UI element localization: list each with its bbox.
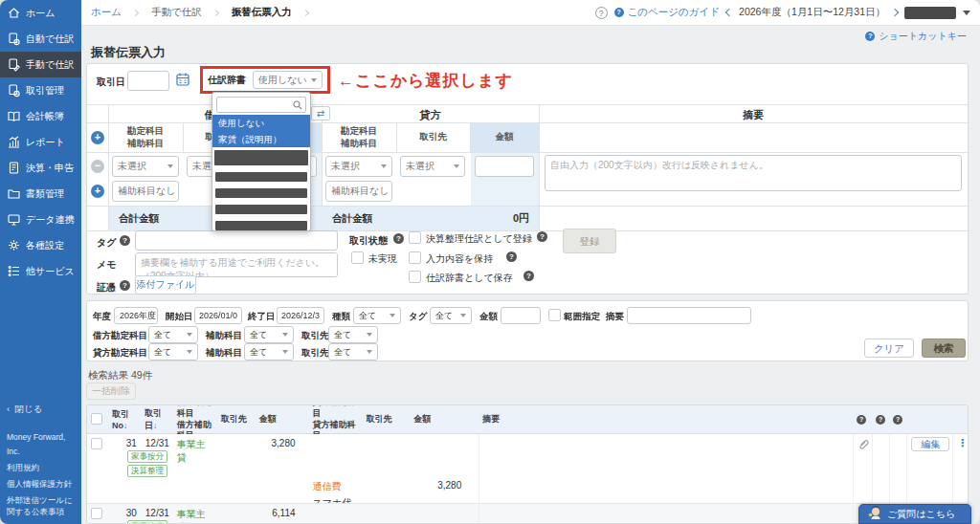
remove-row-icon[interactable]: − [91,160,104,173]
help-icon[interactable]: ? [857,415,866,425]
debit-subaccount-select[interactable]: 補助科目なし [112,181,179,202]
external-transmission-link[interactable]: 外部送信ツールに関する公表事項 [7,494,75,519]
filter-tag-select[interactable]: 全て [430,307,472,324]
filter-amount-input[interactable] [501,307,541,324]
filter-credit-partner-select[interactable]: 全て [328,343,378,360]
credit-amount-input[interactable] [475,156,534,177]
credit-partner-select[interactable]: 未選択 [400,156,465,177]
sidebar-item-settlement[interactable]: 決算・申告 [0,155,81,181]
results-table-header: 取引No↓ 取引日↓ 借方勘定科目借方補助科目 取引先 金額 貸方勘定科目貸方補… [87,405,968,434]
office-caret-icon[interactable] [963,11,970,15]
sidebar-item-data-link[interactable]: データ連携 [0,207,81,232]
dictionary-option-none[interactable]: 使用しない [212,115,310,131]
debit-partner-label: 取引先 [301,330,329,342]
sidebar-item-manual-journal[interactable]: 手動で仕訳 [0,52,81,77]
sort-desc-icon: ↓ [123,421,128,430]
add-subrow-icon[interactable]: + [91,185,104,198]
col-header-credit-amount: 金額 [410,413,479,426]
dictionary-option-redacted[interactable] [215,172,307,182]
add-row-icon[interactable]: + [91,131,104,144]
search-button[interactable]: 検索 [922,338,966,358]
dictionary-option-redacted[interactable] [215,205,307,214]
sidebar-item-ledger[interactable]: 会計帳簿 [0,103,81,129]
sidebar-item-settings[interactable]: 各種設定 [0,232,81,258]
shortcut-key-link[interactable]: ? ショートカットキー [865,30,967,43]
range-checkbox[interactable] [548,309,561,321]
sidebar-item-transactions[interactable]: 取引管理 [0,77,81,103]
settlement-adjustment-checkbox[interactable] [409,231,421,244]
fiscal-year-selector[interactable]: 2026年度（1月1日〜12月31日） [739,6,885,19]
filter-credit-account-select[interactable]: 全て [148,343,198,360]
col-header-date[interactable]: 取引日↓ [141,407,173,432]
dictionary-option-rent[interactable]: 家賃（説明用） [212,131,310,147]
attach-file-button[interactable]: 添付ファイル [135,275,196,295]
tag-help-icon[interactable]: ? [120,235,130,246]
col-header-no[interactable]: 取引No↓ [108,408,141,430]
type-select[interactable]: 全て [353,307,401,324]
breadcrumb-manual-journal[interactable]: 手動で仕訳 [151,6,202,19]
bulk-delete-button[interactable]: 一括削除 [86,382,136,400]
unrealized-checkbox[interactable] [351,251,364,264]
sidebar-item-documents[interactable]: 書類管理 [0,181,81,207]
filter-debit-sub-select[interactable]: 全て [244,326,294,343]
caret-down-icon [367,350,372,354]
calendar-icon[interactable] [175,72,190,91]
transaction-date-input[interactable] [127,71,169,91]
dictionary-option-redacted[interactable] [214,150,308,165]
debit-account-select[interactable]: 未選択 [112,156,179,177]
save-dictionary-checkbox[interactable] [409,271,421,283]
settlement-adjustment-label: 決算整理仕訳として登録 [426,232,532,246]
credit-subaccount-select[interactable]: 補助科目なし [325,181,392,202]
save-dictionary-help-icon[interactable]: ? [523,271,534,281]
journal-dictionary-select[interactable]: 使用しない [253,71,323,89]
credit-account-select[interactable]: 未選択 [325,156,392,177]
dictionary-option-redacted[interactable] [215,188,307,198]
sidebar-item-label: データ連携 [26,213,74,227]
sidebar-item-home[interactable]: ホーム [0,0,81,26]
privacy-link[interactable]: 個人情報保護方針 [7,478,75,491]
status-help-icon[interactable]: ? [393,233,404,244]
chat-widget[interactable]: ご質問はこちら [858,504,971,524]
breadcrumb-separator-icon [212,9,219,15]
memo-textarea[interactable] [135,252,338,277]
office-name-redacted[interactable] [904,7,956,19]
dictionary-search-input[interactable] [216,97,306,113]
filter-debit-account-select[interactable]: 全て [148,326,198,343]
row-menu-icon[interactable]: ⋮ [957,437,968,448]
filter-debit-partner-select[interactable]: 全て [328,326,378,343]
submit-button[interactable]: 登録 [563,229,616,253]
row-checkbox[interactable] [91,508,102,519]
credit-sub-label: 補助科目 [206,347,242,360]
tag-input[interactable] [135,230,338,251]
terms-link[interactable]: 利用規約 [7,462,75,474]
settlement-help-icon[interactable]: ? [537,231,547,242]
dictionary-option-redacted[interactable] [215,221,307,230]
caret-down-icon [381,164,387,168]
row-checkbox[interactable] [91,438,102,449]
sidebar-collapse-button[interactable]: ‹ 閉じる [7,402,75,417]
clear-button[interactable]: クリア [864,338,914,358]
summary-textarea[interactable] [545,155,962,191]
select-all-checkbox[interactable] [91,413,102,425]
filter-summary-input[interactable] [627,307,751,324]
keep-input-checkbox[interactable] [409,251,421,264]
edit-button[interactable]: 編集 [911,437,949,451]
sidebar-item-report[interactable]: レポート [0,129,81,155]
prev-fiscal-year-icon[interactable] [725,9,733,16]
evidence-help-icon[interactable]: ? [120,280,130,291]
help-icon[interactable]: ? [595,7,608,19]
next-fiscal-year-icon[interactable] [891,9,899,16]
debit-amount-value: 6,114 [256,504,309,524]
keep-input-help-icon[interactable]: ? [506,251,517,262]
start-date-input[interactable] [194,307,242,324]
year-select[interactable]: 2026年度 [114,307,158,324]
end-date-input[interactable] [277,307,324,324]
sidebar-item-auto-journal[interactable]: 自動で仕訳 [0,26,81,52]
help-icon[interactable]: ? [893,415,902,425]
breadcrumb-home[interactable]: ホーム [91,6,122,19]
help-icon[interactable]: ? [876,415,885,425]
filter-credit-sub-select[interactable]: 全て [244,343,294,360]
attachment-icon[interactable] [858,438,869,450]
sidebar-item-services[interactable]: 他サービス [0,258,81,284]
page-guide-link[interactable]: ? このページのガイド [614,6,720,19]
